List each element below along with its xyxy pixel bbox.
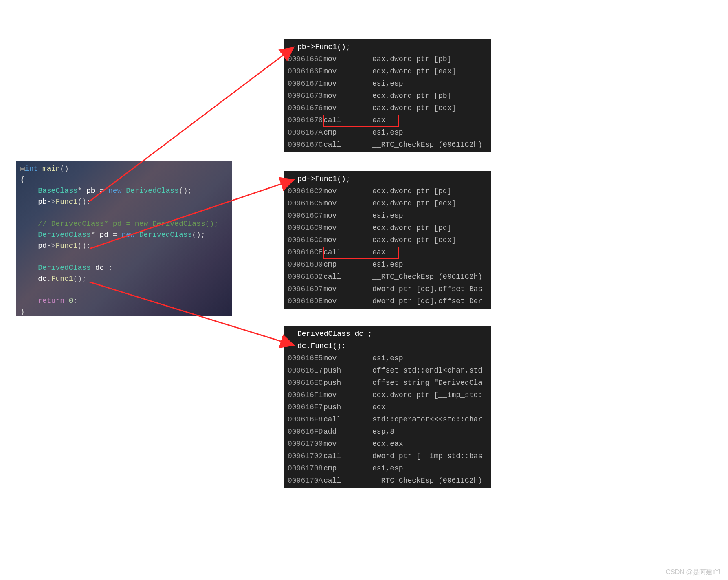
- code-line: ▣int main(): [20, 163, 228, 174]
- code-line: pb->Func1();: [20, 196, 228, 207]
- asm-address: 009616D7: [288, 283, 323, 295]
- asm-row: 009616C2movecx,dword ptr [pd]: [284, 185, 491, 197]
- code-line: [20, 207, 228, 218]
- asm-operand: __RTC_CheckEsp (09611C2h): [372, 271, 482, 283]
- code-line: pd->Func1();: [20, 240, 228, 251]
- asm-mnemonic: push: [323, 377, 372, 389]
- asm-row: 00961702calldword ptr [__imp_std::bas: [284, 450, 491, 462]
- asm-address: 009616C9: [288, 222, 323, 234]
- asm-operand: edx,dword ptr [eax]: [372, 65, 456, 77]
- asm-address: 00961708: [288, 462, 323, 474]
- asm-mnemonic: call: [323, 139, 372, 151]
- asm-operand: eax,dword ptr [edx]: [372, 234, 456, 246]
- asm-row: 00961700movecx,eax: [284, 438, 491, 450]
- asm-row: 0096166Cmoveax,dword ptr [pb]: [284, 53, 491, 65]
- source-code-pane: ▣int main() { BaseClass* pb = new Derive…: [16, 161, 232, 316]
- asm-row: 0096170Acall__RTC_CheckEsp (09611C2h): [284, 474, 491, 487]
- asm-row: 009616ECpushoffset string "DerivedCla: [284, 377, 491, 389]
- asm-row: 009616CEcalleax: [284, 246, 491, 258]
- asm-address: 0096166C: [288, 53, 323, 65]
- asm-mnemonic: cmp: [323, 462, 372, 474]
- asm-row: 0096167Acmpesi,esp: [284, 126, 491, 139]
- code-line: }: [20, 307, 228, 316]
- asm-operand: offset string "DerivedCla: [372, 377, 482, 389]
- asm-mnemonic: mov: [323, 197, 372, 210]
- asm-address: 009616FD: [288, 426, 323, 438]
- code-line: {: [20, 174, 228, 185]
- asm-mnemonic: mov: [323, 389, 372, 401]
- asm-row: 009616D2call__RTC_CheckEsp (09611C2h): [284, 271, 491, 283]
- asm-operand: dword ptr [dc],offset Bas: [372, 283, 482, 295]
- asm-address: 009616CC: [288, 234, 323, 246]
- asm-address: 00961671: [288, 77, 323, 90]
- asm-address: 0096167A: [288, 126, 323, 139]
- asm-row: 0096167Ccall__RTC_CheckEsp (09611C2h): [284, 139, 491, 151]
- asm-mnemonic: mov: [323, 222, 372, 234]
- code-line: [20, 284, 228, 296]
- asm-mnemonic: call: [323, 450, 372, 462]
- disassembly-pane-3: DerivedClass dc ; dc.Func1(); 009616E5mo…: [284, 326, 491, 488]
- asm-address: 009616C7: [288, 210, 323, 222]
- asm-row: 00961678calleax: [284, 114, 491, 126]
- asm-mnemonic: mov: [323, 352, 372, 364]
- asm-address: 009616D0: [288, 258, 323, 271]
- asm-row: 0096166Fmovedx,dword ptr [eax]: [284, 65, 491, 77]
- asm-operand: dword ptr [__imp_std::bas: [372, 450, 482, 462]
- asm-row: 00961708cmpesi,esp: [284, 462, 491, 474]
- asm-row: 00961673movecx,dword ptr [pb]: [284, 90, 491, 102]
- asm-address: 009616F1: [288, 389, 323, 401]
- asm-operand: __RTC_CheckEsp (09611C2h): [372, 474, 482, 487]
- asm-mnemonic: call: [323, 114, 372, 126]
- asm-row: 009616D7movdword ptr [dc],offset Bas: [284, 283, 491, 295]
- asm-row: 009616C7movesi,esp: [284, 210, 491, 222]
- asm-mnemonic: push: [323, 364, 372, 377]
- asm-operand: edx,dword ptr [ecx]: [372, 197, 456, 210]
- asm-mnemonic: mov: [323, 295, 372, 307]
- asm-operand: __RTC_CheckEsp (09611C2h): [372, 139, 482, 151]
- asm-operand: ecx,eax: [372, 438, 403, 450]
- asm-mnemonic: mov: [323, 438, 372, 450]
- code-line: DerivedClass* pd = new DerivedClass();: [20, 229, 228, 240]
- disassembly-pane-2: pd->Func1(); 009616C2movecx,dword ptr [p…: [284, 171, 491, 309]
- asm-operand: ecx,dword ptr [pd]: [372, 185, 451, 197]
- asm-operand: esp,8: [372, 426, 394, 438]
- asm-mnemonic: mov: [323, 77, 372, 90]
- asm-operand: eax,dword ptr [pb]: [372, 53, 451, 65]
- asm-address: 009616DE: [288, 295, 323, 307]
- asm-row: 009616E7pushoffset std::endl<char,std: [284, 364, 491, 377]
- asm-operand: offset std::endl<char,std: [372, 364, 482, 377]
- asm-mnemonic: mov: [323, 65, 372, 77]
- asm-row: 009616DEmovdword ptr [dc],offset Der: [284, 295, 491, 307]
- asm-row: 00961671movesi,esp: [284, 77, 491, 90]
- asm-address: 009616E5: [288, 352, 323, 364]
- asm-mnemonic: call: [323, 413, 372, 426]
- asm-mnemonic: mov: [323, 102, 372, 114]
- asm-operand: eax: [372, 114, 385, 126]
- asm-mnemonic: push: [323, 401, 372, 413]
- asm-operand: ecx,dword ptr [pb]: [372, 90, 451, 102]
- asm-mnemonic: call: [323, 246, 372, 258]
- asm-row: 009616C5movedx,dword ptr [ecx]: [284, 197, 491, 210]
- asm-operand: esi,esp: [372, 352, 403, 364]
- asm-address: 009616E7: [288, 364, 323, 377]
- asm-operand: ecx: [372, 401, 385, 413]
- asm-operand: esi,esp: [372, 210, 403, 222]
- asm-address: 009616EC: [288, 377, 323, 389]
- code-line: // DerivedClass* pd = new DerivedClass()…: [20, 218, 228, 229]
- code-line: dc.Func1();: [20, 273, 228, 284]
- asm-header: pb->Func1();: [284, 41, 491, 53]
- asm-operand: std::operator<<<std::char: [372, 413, 482, 426]
- asm-address: 00961702: [288, 450, 323, 462]
- asm-address: 009616C2: [288, 185, 323, 197]
- asm-row: 009616F8callstd::operator<<<std::char: [284, 413, 491, 426]
- asm-row: 009616E5movesi,esp: [284, 352, 491, 364]
- asm-address: 009616CE: [288, 246, 323, 258]
- asm-address: 0096166F: [288, 65, 323, 77]
- asm-mnemonic: mov: [323, 90, 372, 102]
- asm-row: 009616D0cmpesi,esp: [284, 258, 491, 271]
- disassembly-pane-1: pb->Func1(); 0096166Cmoveax,dword ptr [p…: [284, 39, 491, 152]
- asm-row: 009616F7pushecx: [284, 401, 491, 413]
- asm-mnemonic: cmp: [323, 126, 372, 139]
- asm-row: 009616CCmoveax,dword ptr [edx]: [284, 234, 491, 246]
- asm-row: 00961676moveax,dword ptr [edx]: [284, 102, 491, 114]
